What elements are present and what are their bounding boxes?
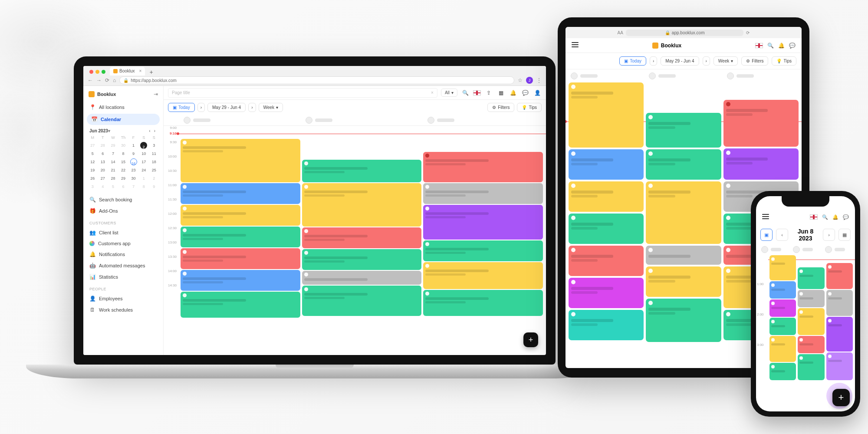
employee-column-header[interactable] [645,69,723,82]
employee-column-header[interactable] [789,246,821,253]
calendar-event[interactable] [646,246,721,265]
export-icon[interactable]: ⇪ [484,89,493,97]
calendar-event[interactable] [181,227,300,247]
calendar-event[interactable] [423,152,543,182]
calendar-event[interactable] [569,82,644,148]
mini-calendar-day[interactable]: 16 [130,158,137,165]
mini-calendar-day[interactable]: 27 [88,141,98,149]
home-icon[interactable]: ⌂ [113,77,116,83]
calendar-event[interactable] [826,352,853,380]
calendar-event[interactable] [302,286,422,316]
event-column[interactable] [645,82,721,368]
calendar-event[interactable] [569,310,644,340]
search-icon[interactable]: 🔍 [822,214,828,220]
sidebar-item-notifications[interactable]: 🔔 Notifications [83,249,163,260]
calendar-event[interactable] [769,299,796,317]
filter-all-dropdown[interactable]: All ▾ [441,89,457,97]
mini-calendar-day[interactable]: 27 [98,174,108,182]
mini-calendar-day[interactable]: 4 [98,183,108,191]
mini-calendar-day[interactable]: 21 [108,166,118,174]
mini-calendar-day[interactable]: 7 [108,150,118,158]
next-month-icon[interactable]: › [152,128,157,133]
employee-column-header[interactable] [567,69,645,82]
calendar-event[interactable] [423,290,543,316]
calendar-event[interactable] [569,181,644,212]
mini-calendar-day[interactable]: 29 [108,141,118,149]
calendar-picker-button[interactable]: ▦ [838,229,851,241]
today-button[interactable]: ▣ [760,229,773,241]
calendar-event[interactable] [769,336,796,362]
close-icon[interactable] [89,70,93,74]
calendar-event[interactable] [798,267,824,289]
calendar-event[interactable] [423,183,543,204]
employee-column-header[interactable] [723,69,802,82]
sidebar-item-addons[interactable]: 🎁 Add-Ons [83,205,163,217]
prev-month-icon[interactable]: ‹ [147,128,152,133]
tab-close-icon[interactable]: × [139,69,142,73]
menu-button[interactable] [762,213,769,221]
mini-calendar-day[interactable]: 15 [118,158,128,166]
sidebar-item-customers-app[interactable]: Customers app [83,238,163,249]
new-tab-button[interactable]: + [147,69,155,76]
maximize-icon[interactable] [102,70,105,74]
chat-icon[interactable]: 💬 [521,89,529,97]
reload-icon[interactable]: ⟳ [105,77,109,83]
calendar-event[interactable] [181,183,300,204]
mini-calendar-day[interactable]: 8 [118,150,128,158]
forward-icon[interactable]: → [96,77,102,83]
sidebar-item-locations[interactable]: 📍 All locations [83,102,163,113]
mini-calendar-day[interactable]: 12 [88,158,98,166]
mini-calendar-day[interactable]: 14 [108,158,118,166]
search-icon[interactable]: 🔍 [461,89,470,97]
calendar-event[interactable] [646,266,721,297]
mini-calendar-day[interactable]: 5 [88,150,98,158]
profile-icon[interactable]: J [526,77,533,84]
calendar-event[interactable] [826,290,853,316]
search-icon[interactable]: 🔍 [767,43,774,49]
mini-calendar-day[interactable]: 1 [128,141,138,149]
next-period-button[interactable]: › [650,56,657,66]
mini-calendar-day[interactable]: 29 [118,174,128,182]
mini-calendar-day[interactable]: 7 [128,183,138,191]
date-range-label[interactable]: May 29 - Jun 4 [207,103,246,112]
mini-calendar-day[interactable]: 8 [139,183,149,191]
sidebar-item-work-schedules[interactable]: 🗓 Work schedules [83,304,163,316]
employee-column-header[interactable] [758,246,789,253]
grid-icon[interactable]: ▦ [496,89,505,97]
calendar-event[interactable] [646,299,721,342]
calendar-event[interactable] [423,262,543,289]
calendar-event[interactable] [769,255,796,280]
calendar-event[interactable] [723,100,799,147]
calendar-event[interactable] [723,148,799,180]
collapse-sidebar-icon[interactable]: ⇥ [154,91,158,97]
prev-day-button[interactable]: ‹ [776,229,788,241]
mini-calendar-day[interactable]: 2 [140,142,147,149]
calendar-event[interactable] [769,281,796,299]
mini-calendar-day[interactable]: 9 [128,150,138,158]
chat-icon[interactable]: 💬 [789,43,796,49]
calendar-event[interactable] [302,183,422,227]
mini-calendar-day[interactable]: 17 [139,158,149,166]
add-booking-fab[interactable]: + [832,389,850,406]
bell-icon[interactable]: 🔔 [778,43,785,49]
next-day-button[interactable]: › [823,229,835,241]
calendar-event[interactable] [181,270,300,291]
menu-icon[interactable]: ⋮ [536,77,542,83]
sidebar-item-client-list[interactable]: 👥 Client list [83,227,163,238]
sidebar-item-statistics[interactable]: 📊 Statistics [83,271,163,283]
calendar-event[interactable] [302,160,422,182]
minimize-icon[interactable] [95,70,99,74]
event-column[interactable] [423,126,543,355]
calendar-event[interactable] [826,263,853,289]
calendar-event[interactable] [769,363,796,380]
event-column[interactable] [302,126,422,355]
mini-calendar-day[interactable]: 28 [98,141,108,149]
mini-calendar-day[interactable]: 11 [149,150,159,158]
calendar-event[interactable] [798,308,824,335]
add-booking-fab[interactable]: + [523,332,538,347]
calendar-event[interactable] [646,113,721,148]
next-period-button-2[interactable]: › [248,103,256,112]
mini-calendar-day[interactable]: 28 [108,174,118,182]
mini-calendar-day[interactable]: 23 [128,166,138,174]
mini-calendar-day[interactable]: 30 [128,174,138,182]
